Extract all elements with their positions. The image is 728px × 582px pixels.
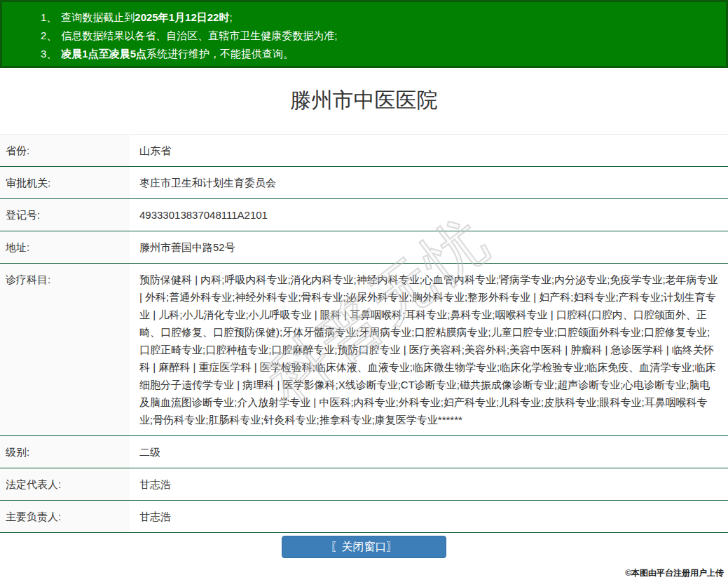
notice-number: 3、 xyxy=(41,48,57,60)
notice-text: 查询数据截止到 xyxy=(61,11,135,23)
table-row-level: 级别: 二级 xyxy=(0,436,728,468)
row-value: 滕州市善国中路52号 xyxy=(130,231,728,263)
table-row-main-person-in-charge: 主要负责人: 甘志浩 xyxy=(0,501,728,533)
row-label: 审批机关: xyxy=(0,167,130,198)
notice-bar: 1、查询数据截止到2025年1月12日22时; 2、信息数据结果以各省、自治区、… xyxy=(0,0,728,68)
info-table: 省份: 山东省 审批机关: 枣庄市卫生和计划生育委员会 登记号: 4933301… xyxy=(0,134,728,533)
row-label: 登记号: xyxy=(0,199,130,231)
row-label: 诊疗科目: xyxy=(0,264,130,435)
row-value: 枣庄市卫生和计划生育委员会 xyxy=(130,167,728,198)
notice-text: ; xyxy=(229,11,232,23)
row-label: 主要负责人: xyxy=(0,501,130,532)
notice-text-bold: 2025年1月12日22时 xyxy=(135,11,229,23)
row-value: 山东省 xyxy=(130,135,728,166)
notice-text: 信息数据结果以各省、自治区、直辖市卫生健康委数据为准; xyxy=(61,29,337,41)
row-value: 预防保健科 | 内科;呼吸内科专业;消化内科专业;神经内科专业;心血管内科专业;… xyxy=(130,264,728,435)
row-label: 省份: xyxy=(0,135,130,166)
notice-line-2: 2、信息数据结果以各省、自治区、直辖市卫生健康委数据为准; xyxy=(41,27,719,45)
row-value: 甘志浩 xyxy=(130,468,728,500)
table-row-approval-authority: 审批机关: 枣庄市卫生和计划生育委员会 xyxy=(0,167,728,199)
uploader-copyright-note: ©本图由平台注册用户上传 xyxy=(625,567,724,579)
notice-number: 2、 xyxy=(41,29,57,41)
page-title: 滕州市中医医院 xyxy=(0,86,728,115)
notice-text: 系统进行维护，不能提供查询。 xyxy=(146,48,294,60)
table-row-registration-number: 登记号: 49333013837048111A2101 xyxy=(0,199,728,231)
table-row-medical-subjects: 诊疗科目: 预防保健科 | 内科;呼吸内科专业;消化内科专业;神经内科专业;心血… xyxy=(0,264,728,436)
notice-number: 1、 xyxy=(41,11,57,23)
close-window-button[interactable]: 〖关闭窗口〗 xyxy=(282,536,446,558)
row-value: 甘志浩 xyxy=(130,501,728,532)
row-label: 法定代表人: xyxy=(0,468,130,500)
table-row-province: 省份: 山东省 xyxy=(0,135,728,167)
row-value: 二级 xyxy=(130,436,728,468)
row-value: 49333013837048111A2101 xyxy=(130,199,728,231)
hospital-info-page: 1、查询数据截止到2025年1月12日22时; 2、信息数据结果以各省、自治区、… xyxy=(0,0,728,582)
notice-text-bold: 凌晨1点至凌晨5点 xyxy=(61,48,146,60)
notice-line-1: 1、查询数据截止到2025年1月12日22时; xyxy=(41,8,719,27)
table-row-legal-representative: 法定代表人: 甘志浩 xyxy=(0,468,728,501)
notice-line-3: 3、凌晨1点至凌晨5点系统进行维护，不能提供查询。 xyxy=(41,45,719,63)
row-label: 地址: xyxy=(0,231,130,263)
table-row-address: 地址: 滕州市善国中路52号 xyxy=(0,231,728,264)
row-label: 级别: xyxy=(0,436,130,468)
close-button-row: 〖关闭窗口〗 xyxy=(0,536,728,558)
